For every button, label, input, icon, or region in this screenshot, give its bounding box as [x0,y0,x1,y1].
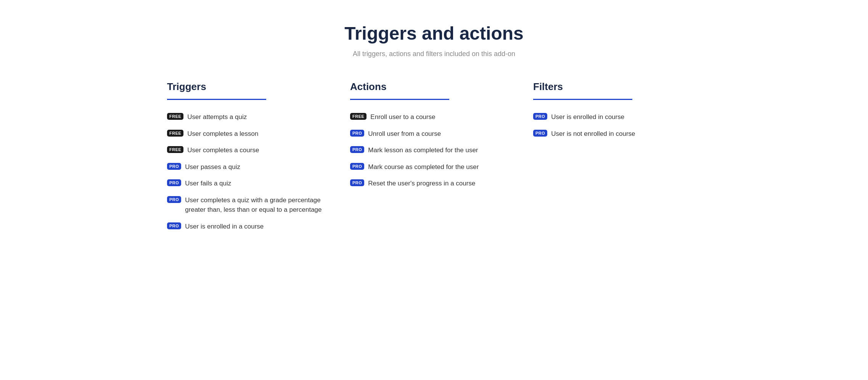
item-label: Enroll user to a course [370,112,435,122]
page-title: Triggers and actions [344,23,523,44]
column-divider-triggers [167,99,266,100]
item-label: Mark lesson as completed for the user [368,145,478,155]
item-label: User completes a quiz with a grade perce… [185,195,335,215]
pro-badge: PRO [533,130,547,137]
column-title-actions: Actions [350,81,518,93]
list-item: PROUser completes a quiz with a grade pe… [167,195,335,215]
item-label: User completes a lesson [187,129,258,139]
free-badge: FREE [167,113,183,120]
item-list-actions: FREEEnroll user to a coursePROUnroll use… [350,112,518,188]
pro-badge: PRO [350,146,364,153]
column-divider-filters [533,99,632,100]
item-label: Mark course as completed for the user [368,162,479,172]
pro-badge: PRO [167,179,181,186]
page-subtitle: All triggers, actions and filters includ… [344,50,523,58]
list-item: PROMark lesson as completed for the user [350,145,518,155]
item-label: Unroll user from a course [368,129,441,139]
list-item: PROUser is enrolled in course [533,112,701,122]
pro-badge: PRO [167,196,181,203]
item-label: User completes a course [187,145,259,155]
item-label: User fails a quiz [185,179,231,188]
columns-container: TriggersFREEUser attempts a quizFREEUser… [167,81,701,231]
column-title-triggers: Triggers [167,81,335,93]
list-item: PROReset the user's progress in a course [350,179,518,188]
list-item: PROMark course as completed for the user [350,162,518,172]
list-item: PROUnroll user from a course [350,129,518,139]
item-label: Reset the user's progress in a course [368,179,475,188]
list-item: FREEUser completes a lesson [167,129,335,139]
item-label: User attempts a quiz [187,112,247,122]
column-title-filters: Filters [533,81,701,93]
column-triggers: TriggersFREEUser attempts a quizFREEUser… [167,81,335,231]
item-label: User is not enrolled in course [551,129,635,139]
list-item: PROUser passes a quiz [167,162,335,172]
pro-badge: PRO [350,130,364,137]
free-badge: FREE [167,130,183,137]
pro-badge: PRO [350,179,364,186]
item-list-filters: PROUser is enrolled in coursePROUser is … [533,112,701,138]
pro-badge: PRO [350,163,364,170]
item-label: User is enrolled in a course [185,222,264,232]
item-list-triggers: FREEUser attempts a quizFREEUser complet… [167,112,335,231]
column-divider-actions [350,99,449,100]
list-item: PROUser is enrolled in a course [167,222,335,232]
free-badge: FREE [167,146,183,153]
free-badge: FREE [350,113,366,120]
column-actions: ActionsFREEEnroll user to a coursePROUnr… [350,81,518,231]
list-item: FREEUser completes a course [167,145,335,155]
column-filters: FiltersPROUser is enrolled in coursePROU… [533,81,701,231]
list-item: PROUser is not enrolled in course [533,129,701,139]
list-item: FREEEnroll user to a course [350,112,518,122]
page-header: Triggers and actions All triggers, actio… [344,23,523,58]
pro-badge: PRO [167,163,181,170]
item-label: User passes a quiz [185,162,240,172]
pro-badge: PRO [533,113,547,120]
pro-badge: PRO [167,222,181,229]
list-item: PROUser fails a quiz [167,179,335,188]
list-item: FREEUser attempts a quiz [167,112,335,122]
item-label: User is enrolled in course [551,112,624,122]
